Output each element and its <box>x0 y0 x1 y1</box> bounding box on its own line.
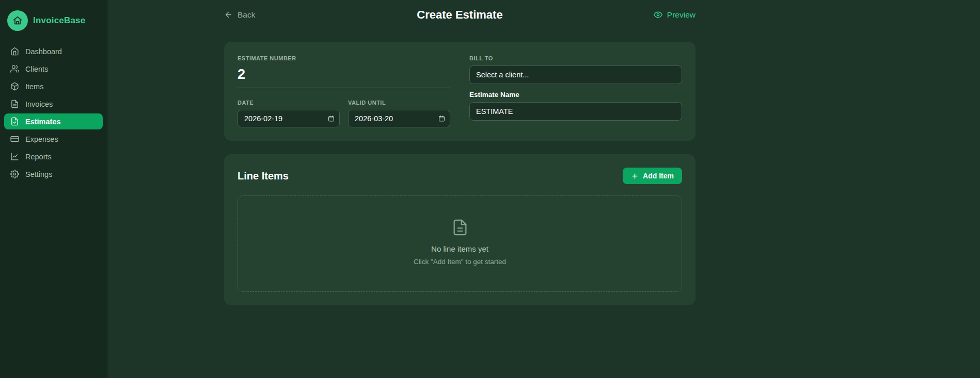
sidebar-item-expenses[interactable]: Expenses <box>4 131 103 147</box>
home-icon <box>10 47 19 56</box>
chart-icon <box>10 152 19 161</box>
sidebar-item-estimates[interactable]: Estimates <box>4 113 103 129</box>
date-label: DATE <box>238 100 340 106</box>
sidebar-item-label: Expenses <box>25 135 58 143</box>
sidebar-item-clients[interactable]: Clients <box>4 61 103 77</box>
dates-row: DATE VALID UNTIL <box>238 100 450 127</box>
estimate-number-label: ESTIMATE NUMBER <box>238 55 450 61</box>
valid-until-input[interactable] <box>348 110 450 127</box>
back-button[interactable]: Back <box>224 10 255 20</box>
sidebar-item-dashboard[interactable]: Dashboard <box>4 43 103 59</box>
arrow-left-icon <box>224 10 233 19</box>
back-label: Back <box>238 10 255 20</box>
estimate-name-field: Estimate Name <box>469 91 682 121</box>
line-items-title: Line Items <box>238 170 289 182</box>
invoice-icon <box>10 100 19 108</box>
line-items-empty-state: No line items yet Click "Add Item" to ge… <box>238 195 682 292</box>
line-items-header: Line Items Add Item <box>238 168 682 184</box>
client-select[interactable]: Select a client... <box>469 65 682 84</box>
sidebar-item-invoices[interactable]: Invoices <box>4 96 103 112</box>
brand-name: InvoiceBase <box>33 15 85 26</box>
valid-until-field: VALID UNTIL <box>348 100 450 127</box>
add-item-label: Add Item <box>643 172 674 180</box>
bill-to-field: BILL TO Select a client... <box>469 55 682 84</box>
sidebar-nav: Dashboard Clients Items Invoices Estimat… <box>4 43 103 182</box>
sidebar-item-label: Estimates <box>25 118 61 126</box>
sidebar-item-reports[interactable]: Reports <box>4 149 103 165</box>
add-item-button[interactable]: Add Item <box>623 168 682 184</box>
empty-state-title: No line items yet <box>431 244 488 253</box>
estimate-icon <box>10 117 19 126</box>
sidebar-item-items[interactable]: Items <box>4 78 103 94</box>
invoicebase-logo-icon <box>7 10 28 31</box>
sidebar-item-label: Items <box>25 83 43 91</box>
document-icon <box>451 219 469 236</box>
empty-state-subtitle: Click "Add Item" to get started <box>414 258 506 266</box>
app-root: InvoiceBase Dashboard Clients Items Invo… <box>0 0 980 378</box>
page-title: Create Estimate <box>417 8 502 22</box>
sidebar-item-label: Settings <box>25 170 52 178</box>
credit-card-icon <box>10 135 19 143</box>
content: ESTIMATE NUMBER DATE <box>107 29 980 326</box>
estimate-name-input[interactable] <box>469 102 682 121</box>
estimate-number-column: ESTIMATE NUMBER DATE <box>238 55 450 127</box>
estimate-name-label: Estimate Name <box>469 91 682 98</box>
brand[interactable]: InvoiceBase <box>4 7 103 43</box>
sidebar: InvoiceBase Dashboard Clients Items Invo… <box>0 0 107 378</box>
sidebar-item-label: Invoices <box>25 100 53 108</box>
preview-label: Preview <box>667 10 696 20</box>
estimate-details-card: ESTIMATE NUMBER DATE <box>224 42 696 141</box>
package-icon <box>10 82 19 91</box>
eye-icon <box>654 10 662 19</box>
date-field: DATE <box>238 100 340 127</box>
estimate-number-field: ESTIMATE NUMBER <box>238 55 450 88</box>
line-items-card: Line Items Add Item No line items yet Cl… <box>224 154 696 305</box>
preview-button[interactable]: Preview <box>654 10 696 20</box>
sidebar-item-label: Dashboard <box>25 47 62 56</box>
bill-to-column: BILL TO Select a client... Estimate Name <box>469 55 682 127</box>
sidebar-item-label: Clients <box>25 65 48 73</box>
topbar: Back Create Estimate Preview <box>107 0 980 29</box>
plus-icon <box>631 172 639 180</box>
bill-to-label: BILL TO <box>469 55 682 61</box>
valid-until-label: VALID UNTIL <box>348 100 450 106</box>
date-input[interactable] <box>238 110 340 127</box>
users-icon <box>10 64 19 73</box>
gear-icon <box>10 170 19 178</box>
sidebar-item-label: Reports <box>25 153 52 161</box>
estimate-number-input[interactable] <box>238 65 450 88</box>
main-area: Back Create Estimate Preview ESTIMATE NU… <box>107 0 980 378</box>
sidebar-item-settings[interactable]: Settings <box>4 166 103 182</box>
